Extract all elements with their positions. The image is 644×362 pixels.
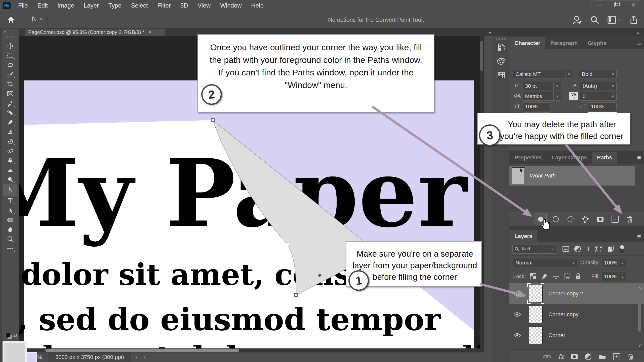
close-tab-icon[interactable]: ×: [148, 29, 152, 35]
kerning-select[interactable]: Metrics∨: [522, 92, 561, 101]
eyedropper-tool[interactable]: [4, 99, 17, 108]
minimize-button[interactable]: —: [591, 1, 608, 9]
scroll-down-icon[interactable]: ∨: [638, 343, 641, 348]
close-button[interactable]: ×: [625, 1, 642, 9]
filter-adjustment-layers-icon[interactable]: [574, 246, 581, 252]
filter-pixel-layers-icon[interactable]: [562, 246, 569, 252]
chevron-down-icon[interactable]: ∨: [570, 258, 577, 267]
tab-glyphs[interactable]: Glyphs: [583, 37, 612, 49]
color-panel-icon[interactable]: [493, 54, 510, 68]
layers-scrollbar[interactable]: ∧ ∨: [636, 285, 643, 348]
filter-type-layers-icon[interactable]: T: [586, 245, 590, 253]
menu-select[interactable]: Select: [131, 2, 148, 9]
layer-row-corner[interactable]: Corner: [509, 325, 644, 346]
share-user-icon[interactable]: [572, 15, 582, 24]
hand-tool[interactable]: [4, 225, 17, 234]
tab-paragraph[interactable]: Paragraph: [545, 37, 583, 49]
vertical-scrollbar[interactable]: [480, 36, 484, 348]
stroke-path-button[interactable]: [552, 215, 559, 223]
scroll-thumb[interactable]: [638, 301, 641, 332]
filter-smart-objects-icon[interactable]: [607, 246, 614, 252]
foreground-color-swatch[interactable]: [3, 341, 27, 362]
tracking-select[interactable]: 0∨: [580, 92, 617, 101]
tab-layer-comps[interactable]: Layer Comps: [547, 152, 592, 164]
layer-thumbnail[interactable]: [529, 327, 543, 344]
layer-name[interactable]: Corner: [548, 332, 565, 339]
menu-file[interactable]: File: [18, 2, 28, 9]
vertical-scale-field[interactable]: 100%: [522, 102, 550, 111]
menu-layer[interactable]: Layer: [84, 2, 99, 9]
layer-name[interactable]: Corner copy 2: [548, 290, 583, 297]
lock-artboard-icon[interactable]: [564, 273, 571, 279]
search-icon[interactable]: [590, 16, 599, 24]
menu-help[interactable]: Help: [251, 2, 264, 9]
dock-grip[interactable]: [496, 38, 506, 40]
toolbar-collapse-icon[interactable]: »: [4, 29, 6, 34]
collapse-panels-icon[interactable]: «: [484, 29, 496, 35]
tab-character[interactable]: Character: [509, 37, 545, 49]
status-prev-icon[interactable]: ‹: [144, 354, 145, 360]
layer-thumbnail[interactable]: [529, 306, 543, 323]
move-tool[interactable]: [4, 41, 17, 51]
chevron-down-icon[interactable]: ∨: [565, 70, 573, 78]
chevron-down-icon[interactable]: ∨: [553, 82, 561, 90]
load-path-as-selection-button[interactable]: [567, 215, 574, 223]
chevron-down-icon[interactable]: ∨: [619, 272, 626, 281]
menu-3d[interactable]: 3D: [180, 2, 188, 9]
fill-path-button[interactable]: [535, 213, 547, 225]
default-colors-icon[interactable]: [6, 333, 10, 341]
collapse-panels-icon[interactable]: »: [632, 29, 644, 35]
menu-edit[interactable]: Edit: [37, 2, 48, 9]
filter-toggle[interactable]: [620, 245, 624, 253]
scroll-thumb[interactable]: [480, 41, 483, 71]
rectangular-marquee-tool[interactable]: [4, 51, 17, 60]
menu-filter[interactable]: Filter: [157, 2, 171, 9]
horizontal-scrollbar[interactable]: [19, 348, 484, 352]
ellipse-tool[interactable]: [4, 215, 17, 225]
visibility-toggle[interactable]: [509, 283, 525, 304]
lock-transparency-icon[interactable]: [530, 273, 536, 279]
dodge-tool[interactable]: [4, 175, 17, 185]
brush-tool[interactable]: [4, 118, 17, 127]
new-path-button[interactable]: +: [611, 215, 619, 223]
make-work-path-button[interactable]: [582, 215, 589, 223]
layer-row-corner-copy[interactable]: Corner copy: [509, 304, 644, 325]
smudge-tool[interactable]: [4, 165, 17, 175]
visibility-toggle[interactable]: [509, 325, 525, 346]
scroll-thumb[interactable]: [45, 349, 239, 352]
tab-layers[interactable]: Layers: [509, 230, 537, 242]
layer-row-corner-copy-2[interactable]: Corner copy 2: [509, 283, 644, 304]
share-icon[interactable]: [629, 15, 638, 24]
swatches-panel-icon[interactable]: [493, 68, 510, 82]
zoom-tool[interactable]: [4, 234, 17, 244]
chevron-down-icon[interactable]: ∨: [549, 245, 556, 253]
work-path-row[interactable]: Work Path: [509, 166, 635, 186]
swap-colors-icon[interactable]: ⇄: [13, 332, 17, 338]
menu-window[interactable]: Window: [220, 2, 242, 9]
menu-type[interactable]: Type: [108, 2, 122, 9]
scroll-up-icon[interactable]: ∧: [638, 285, 641, 290]
lock-all-icon[interactable]: [575, 273, 581, 280]
fill-select[interactable]: 100%∨: [601, 272, 626, 281]
tab-paths[interactable]: Paths: [592, 152, 617, 164]
font-family-select[interactable]: Calisto MT∨: [513, 70, 573, 78]
status-next-icon[interactable]: ›: [135, 354, 137, 360]
toolbar-grip[interactable]: [6, 36, 14, 38]
filter-kind-select[interactable]: Kind ∨: [512, 245, 556, 254]
chevron-down-icon[interactable]: ∨: [619, 258, 626, 267]
add-layer-mask-button[interactable]: [571, 354, 578, 359]
chevron-down-icon[interactable]: ∨: [609, 70, 616, 78]
blend-mode-select[interactable]: Normal ∨: [513, 258, 577, 267]
panel-menu-icon[interactable]: ≡: [637, 39, 641, 47]
add-mask-button[interactable]: [596, 215, 604, 223]
paint-bucket-tool[interactable]: [4, 156, 17, 165]
panel-menu-icon[interactable]: ≡: [637, 154, 641, 161]
layer-name[interactable]: Corner copy: [548, 311, 579, 318]
tab-properties[interactable]: Properties: [509, 152, 547, 164]
filter-shape-layers-icon[interactable]: [595, 246, 602, 252]
edit-toolbar-button[interactable]: •••: [4, 244, 17, 253]
path-selection-tool[interactable]: [4, 206, 17, 215]
clone-stamp-tool[interactable]: [4, 127, 17, 137]
document-tab[interactable]: PageCorner.psd @ 95.3% (Corner copy 2, R…: [25, 28, 165, 36]
panel-menu-icon[interactable]: ≡: [637, 233, 641, 241]
